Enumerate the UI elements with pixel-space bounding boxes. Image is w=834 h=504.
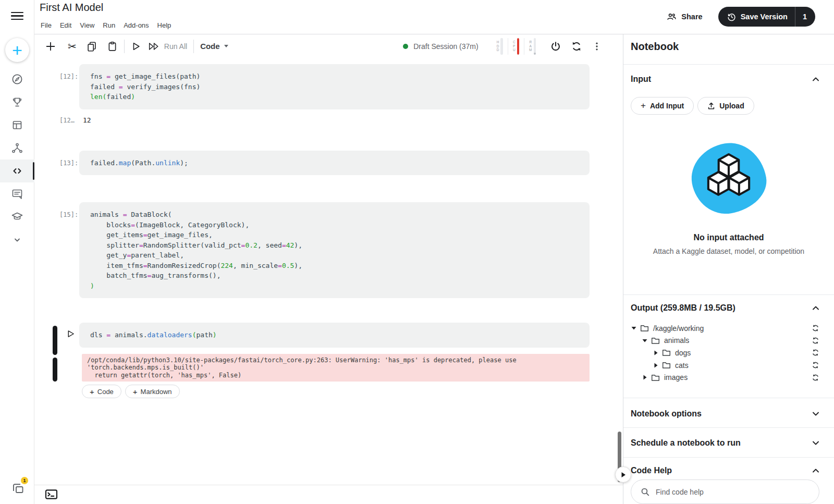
console-toggle-button[interactable] bbox=[45, 489, 58, 501]
terminal-icon bbox=[45, 489, 58, 500]
session-status-button[interactable]: Draft Session (37m) bbox=[403, 42, 478, 51]
execution-count: [13]: bbox=[59, 159, 78, 167]
menu-toggle-button[interactable] bbox=[11, 10, 23, 21]
sidebar-item-discussions[interactable] bbox=[0, 182, 34, 205]
code-line: blocks=(ImageBlock, CategoryBlock), bbox=[90, 220, 579, 230]
menu-edit[interactable]: Edit bbox=[56, 19, 76, 31]
tree-expanded-arrow[interactable] bbox=[631, 326, 637, 330]
menu-view[interactable]: View bbox=[76, 19, 99, 31]
sidebar-item-home[interactable] bbox=[0, 68, 34, 91]
code-line: animals = DataBlock( bbox=[90, 210, 579, 220]
folder-icon bbox=[651, 374, 660, 382]
run-this-cell-button[interactable] bbox=[64, 328, 77, 341]
refresh-folder-button[interactable] bbox=[812, 324, 819, 332]
meter-ram[interactable]: RAM bbox=[524, 38, 541, 55]
tree-row-images[interactable]: images bbox=[631, 371, 819, 384]
sidebar-item-competitions[interactable] bbox=[0, 91, 34, 114]
tree-row-animals[interactable]: animals bbox=[631, 335, 819, 347]
code-line: failed.map(Path.unlink); bbox=[90, 158, 579, 168]
folder-icon bbox=[662, 361, 671, 369]
menu-help[interactable]: Help bbox=[153, 19, 176, 31]
add-cell-button[interactable] bbox=[45, 41, 56, 52]
sidebar-item-learn[interactable] bbox=[0, 205, 34, 228]
console-bar bbox=[34, 485, 623, 504]
refresh-folder-button[interactable] bbox=[812, 361, 819, 369]
tree-collapsed-arrow[interactable] bbox=[653, 350, 659, 355]
menubar: FileEditViewRunAdd-onsHelp bbox=[36, 19, 175, 31]
code-editor[interactable]: failed.map(Path.unlink); bbox=[79, 151, 590, 176]
share-button[interactable]: Share bbox=[666, 11, 702, 22]
warning-output: /opt/conda/lib/python3.10/site-packages/… bbox=[34, 354, 623, 382]
sidebar-more-button[interactable] bbox=[0, 228, 34, 251]
more-options-button[interactable] bbox=[592, 41, 602, 52]
run-cell-button[interactable] bbox=[131, 41, 141, 52]
cell-gutter bbox=[34, 323, 79, 348]
save-version-button[interactable]: Save Version 1 bbox=[718, 7, 815, 27]
save-version-label: Save Version bbox=[741, 13, 788, 21]
meter-cpu[interactable]: CPU bbox=[508, 38, 524, 55]
meter-label: RAM bbox=[529, 40, 532, 52]
tree-row-cats[interactable]: cats bbox=[631, 359, 819, 372]
kebab-menu-icon bbox=[592, 41, 602, 52]
create-button[interactable]: + bbox=[5, 38, 29, 62]
upload-label: Upload bbox=[719, 102, 744, 110]
sidebar-item-models[interactable] bbox=[0, 137, 34, 159]
paste-cell-button[interactable] bbox=[107, 41, 118, 52]
warning-message: /opt/conda/lib/python3.10/site-packages/… bbox=[82, 354, 590, 382]
add-input-button[interactable]: + Add Input bbox=[631, 97, 694, 115]
tree-collapsed-icon bbox=[654, 350, 658, 355]
folder-icon bbox=[651, 337, 660, 345]
code-editor[interactable]: animals = DataBlock( blocks=(ImageBlock,… bbox=[79, 202, 590, 298]
tree-collapsed-icon bbox=[643, 375, 647, 380]
cell-type-dropdown[interactable]: Code bbox=[200, 42, 228, 51]
output-section-header[interactable]: Output (259.8MB / 19.5GB) bbox=[631, 302, 819, 314]
tree-collapsed-arrow[interactable] bbox=[642, 375, 648, 380]
code-editor[interactable]: dls = animals.dataloaders(path) bbox=[79, 323, 590, 348]
tree-label: dogs bbox=[675, 349, 812, 357]
notebook-options-header[interactable]: Notebook options bbox=[631, 405, 819, 422]
right-panel: Notebook Input + Add Input Upload bbox=[623, 34, 834, 504]
version-count[interactable]: 1 bbox=[795, 13, 815, 21]
meter-track bbox=[500, 38, 503, 55]
output-section-title: Output (259.8MB / 19.5GB) bbox=[631, 303, 735, 313]
triangle-right-icon bbox=[621, 472, 626, 478]
panel-expand-handle[interactable] bbox=[615, 466, 631, 483]
sidebar-item-code[interactable] bbox=[0, 159, 34, 182]
refresh-folder-button[interactable] bbox=[812, 374, 819, 382]
tree-row-dogs[interactable]: dogs bbox=[631, 347, 819, 359]
add-markdown-cell-button[interactable]: + Markdown bbox=[125, 385, 180, 398]
menu-add-ons[interactable]: Add-ons bbox=[119, 19, 153, 31]
copy-cell-button[interactable] bbox=[86, 41, 97, 52]
add-markdown-label: Markdown bbox=[141, 388, 172, 396]
power-icon bbox=[550, 41, 561, 52]
sync-icon bbox=[812, 324, 819, 332]
input-section-header[interactable]: Input bbox=[631, 73, 819, 85]
schedule-notebook-header[interactable]: Schedule a notebook to run bbox=[631, 435, 819, 451]
tree-row-kaggle-working[interactable]: /kaggle/working bbox=[631, 322, 819, 335]
add-code-cell-button[interactable]: + Code bbox=[82, 385, 121, 398]
sidebar-item-datasets[interactable] bbox=[0, 114, 34, 137]
refresh-folder-button[interactable] bbox=[812, 349, 819, 357]
code-help-search-input[interactable] bbox=[656, 488, 810, 496]
power-off-button[interactable] bbox=[550, 41, 561, 52]
active-events-button[interactable]: 1 bbox=[10, 481, 26, 497]
notebook-title[interactable]: First AI Model bbox=[40, 2, 103, 14]
header-actions: Share Save Version 1 bbox=[666, 7, 815, 27]
meter-hdd[interactable]: HDD bbox=[492, 38, 508, 55]
code-help-header[interactable]: Code Help bbox=[631, 463, 819, 478]
code-editor[interactable]: fns = get_image_files(path)failed = veri… bbox=[79, 64, 590, 109]
restart-session-button[interactable] bbox=[571, 41, 582, 52]
left-sidebar: + bbox=[0, 0, 34, 504]
schedule-notebook-title: Schedule a notebook to run bbox=[631, 438, 741, 448]
run-all-button[interactable]: Run All bbox=[149, 42, 187, 51]
code-icon bbox=[11, 165, 23, 177]
menu-run[interactable]: Run bbox=[99, 19, 119, 31]
tree-collapsed-arrow[interactable] bbox=[653, 363, 659, 368]
upload-button[interactable]: Upload bbox=[697, 97, 754, 115]
tree-expanded-arrow[interactable] bbox=[642, 338, 648, 343]
refresh-folder-button[interactable] bbox=[812, 337, 819, 345]
output-selection-bar bbox=[53, 358, 57, 382]
cut-cell-button[interactable]: ✂ bbox=[68, 40, 77, 53]
code-line: len(failed) bbox=[90, 92, 579, 102]
menu-file[interactable]: File bbox=[36, 19, 56, 31]
